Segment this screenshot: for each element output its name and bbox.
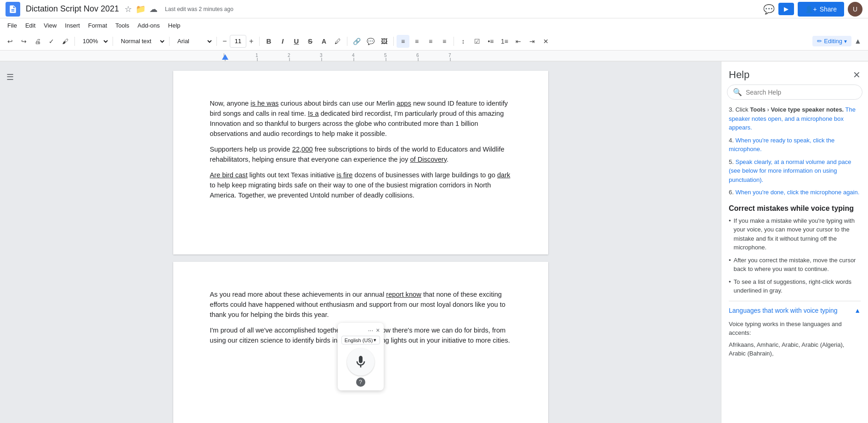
- app-icon[interactable]: [6, 2, 20, 17]
- help-search-input[interactable]: [746, 89, 857, 96]
- italic-button[interactable]: I: [276, 35, 289, 48]
- align-left-button[interactable]: ≡: [397, 35, 409, 48]
- bullet-1-text: If you make a mistake while you're typin…: [734, 216, 861, 252]
- help-panel: Help ✕ 🔍 3. Click Tools › Voice type spe…: [721, 62, 868, 423]
- languages-collapsible-content: Voice typing works in these languages an…: [729, 320, 861, 364]
- correct-mistakes-title: Correct mistakes while voice typing: [729, 204, 861, 213]
- share-button[interactable]: 👤+ Share: [798, 2, 844, 17]
- svg-text:4: 4: [352, 53, 355, 58]
- voice-widget-menu-button[interactable]: ···: [368, 327, 374, 334]
- decrease-indent-button[interactable]: ⇤: [512, 35, 525, 48]
- last-edit-text: Last edit was 2 minutes ago: [165, 6, 233, 12]
- font-size-input[interactable]: [230, 35, 246, 48]
- voice-lang-text: English (US): [345, 338, 373, 343]
- languages-intro: Voice typing works in these languages an…: [729, 320, 861, 338]
- divider-2: [113, 37, 113, 46]
- menu-help[interactable]: Help: [165, 20, 184, 31]
- zoom-select[interactable]: 100%75%125%: [78, 35, 110, 48]
- star-icon[interactable]: ☆: [125, 4, 132, 14]
- search-icon: 🔍: [733, 88, 742, 96]
- bold-button[interactable]: B: [262, 35, 275, 48]
- voice-typing-widget: ··· × English (US) ▾ ?: [338, 323, 384, 390]
- align-center-button[interactable]: ≡: [410, 35, 423, 48]
- numbered-list-button[interactable]: 1≡: [498, 35, 511, 48]
- doc-content-page1[interactable]: Now, anyone is he was curious about bird…: [210, 98, 511, 200]
- editing-mode-button[interactable]: ✏ Editing ▾: [812, 36, 851, 46]
- help-step4-link: When you're ready to speak, click the mi…: [729, 137, 834, 153]
- present-button[interactable]: ▶: [778, 3, 794, 15]
- menu-bar: File Edit View Insert Format Tools Add-o…: [0, 18, 868, 32]
- help-panel-title: Help: [729, 69, 749, 81]
- cloud-icon[interactable]: ☁: [149, 4, 158, 14]
- font-size-decrease[interactable]: −: [220, 36, 230, 46]
- voice-widget-header: ··· ×: [341, 327, 380, 334]
- menu-format[interactable]: Format: [85, 20, 111, 31]
- folder-icon[interactable]: 📁: [136, 4, 146, 14]
- bullet-list-button[interactable]: •≡: [484, 35, 497, 48]
- image-button[interactable]: 🖼: [378, 35, 391, 48]
- title-bar: Dictation Script Nov 2021 ☆ 📁 ☁ Last edi…: [0, 0, 868, 18]
- spellcheck-button[interactable]: ✓: [45, 35, 58, 48]
- font-size-increase[interactable]: +: [246, 36, 256, 46]
- menu-view[interactable]: View: [40, 20, 60, 31]
- help-step-5: 5. Speak clearly, at a normal volume and…: [729, 158, 861, 185]
- print-button[interactable]: 🖨: [31, 35, 44, 48]
- editing-chevron-icon: ▾: [844, 38, 847, 45]
- checklist-button[interactable]: ☑: [471, 35, 483, 48]
- font-select[interactable]: ArialTimes New RomanVerdana: [172, 35, 214, 48]
- document-page-2: As you read more about these achievement…: [173, 262, 548, 423]
- languages-collapsible-header[interactable]: Languages that work with voice typing ▲: [729, 301, 861, 320]
- clear-format-button[interactable]: ✕: [539, 35, 552, 48]
- toolbar-collapse-button[interactable]: ▲: [851, 35, 864, 48]
- voice-help-button[interactable]: ?: [356, 378, 365, 387]
- paintformat-button[interactable]: 🖌: [59, 35, 72, 48]
- help-step5-link: Speak clearly, at a normal volume and pa…: [729, 158, 851, 183]
- strikethrough-button[interactable]: S: [304, 35, 317, 48]
- svg-text:5: 5: [384, 53, 387, 58]
- underline-button[interactable]: U: [290, 35, 303, 48]
- share-icon: 👤+: [805, 6, 817, 13]
- document-page-1: Now, anyone is he was curious about bird…: [173, 71, 548, 254]
- menu-insert[interactable]: Insert: [61, 20, 84, 31]
- header-actions: 💬 ▶ 👤+ Share U: [763, 2, 862, 17]
- help-search-box[interactable]: 🔍: [727, 85, 862, 100]
- languages-chevron-icon: ▲: [854, 307, 861, 314]
- voice-lang-chevron: ▾: [374, 337, 376, 343]
- help-step-3: 3. Click Tools › Voice type speaker note…: [729, 105, 861, 132]
- undo-button[interactable]: ↩: [4, 35, 17, 48]
- svg-text:3: 3: [320, 53, 323, 58]
- paragraph-1: Now, anyone is he was curious about bird…: [210, 98, 511, 139]
- main-layout: ☰ Now, anyone is he was curious about bi…: [0, 62, 868, 423]
- help-panel-close-button[interactable]: ✕: [853, 69, 861, 80]
- menu-edit[interactable]: Edit: [22, 20, 39, 31]
- link-button[interactable]: 🔗: [350, 35, 363, 48]
- languages-title: Languages that work with voice typing: [729, 307, 838, 314]
- paragraph-3: Are bird cast lights out text Texas init…: [210, 170, 511, 200]
- help-tools-bold: Tools: [750, 106, 766, 113]
- text-color-button[interactable]: A: [318, 35, 330, 48]
- divider-7: [393, 37, 394, 46]
- voice-widget-close-button[interactable]: ×: [376, 327, 380, 334]
- voice-language-selector[interactable]: English (US) ▾: [341, 336, 380, 344]
- menu-addons[interactable]: Add-ons: [134, 20, 163, 31]
- align-justify-button[interactable]: ≡: [438, 35, 451, 48]
- line-spacing-button[interactable]: ↕: [457, 35, 470, 48]
- languages-collapsible: Languages that work with voice typing ▲ …: [729, 301, 861, 364]
- font-size-container: − +: [220, 35, 256, 48]
- menu-tools[interactable]: Tools: [112, 20, 133, 31]
- increase-indent-button[interactable]: ⇥: [526, 35, 539, 48]
- menu-file[interactable]: File: [4, 20, 21, 31]
- document-area[interactable]: ☰ Now, anyone is he was curious about bi…: [0, 62, 721, 423]
- paragraph-style-select[interactable]: Normal textHeading 1Heading 2: [116, 35, 166, 48]
- comments-button[interactable]: 💬: [763, 4, 775, 15]
- user-avatar[interactable]: U: [848, 2, 862, 17]
- editing-label: Editing: [824, 38, 842, 45]
- sidebar-toggle-button[interactable]: ☰: [4, 71, 17, 84]
- comment-inline-button[interactable]: 💬: [364, 35, 377, 48]
- redo-button[interactable]: ↪: [17, 35, 30, 48]
- toolbar: ↩ ↪ 🖨 ✓ 🖌 100%75%125% Normal textHeading…: [0, 32, 868, 51]
- align-right-button[interactable]: ≡: [424, 35, 437, 48]
- help-step6-link: When you're done, click the microphone a…: [735, 189, 859, 196]
- voice-microphone-button[interactable]: [347, 348, 374, 376]
- highlight-button[interactable]: 🖊: [331, 35, 344, 48]
